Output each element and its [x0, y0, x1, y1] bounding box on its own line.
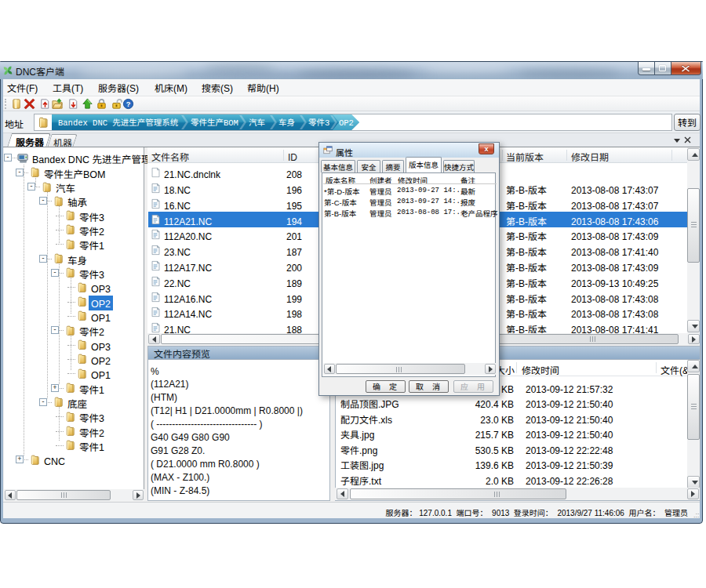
svg-text:?: ? — [126, 100, 131, 108]
